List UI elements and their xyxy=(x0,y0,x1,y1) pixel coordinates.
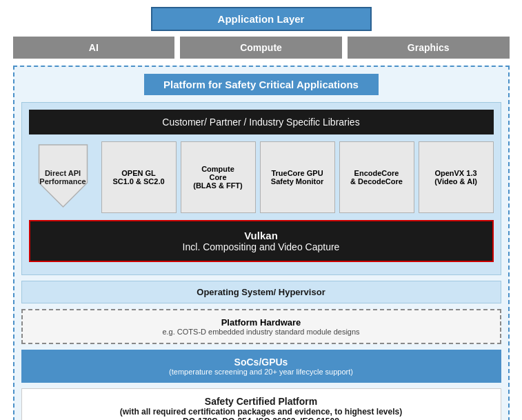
socs-title: SoCs/GPUs xyxy=(28,357,494,368)
outer-platform-container: Platform for Safety Critical Application… xyxy=(13,66,510,420)
module-compute: Compute xyxy=(180,37,342,59)
socs-bar: SoCs/GPUs (temperature screening and 20+… xyxy=(21,350,501,383)
module-encodecore: EncodeCore& DecodeCore xyxy=(339,141,414,213)
module-ai: AI xyxy=(13,37,175,59)
customer-bar: Customer/ Partner / Industry Specific Li… xyxy=(29,110,494,134)
module-opengl: OPEN GLSC1.0 & SC2.0 xyxy=(101,141,177,213)
module-direct-api: Direct APIPerformance xyxy=(29,141,97,213)
vulkan-box: Vulkan Incl. Compositing and Video Captu… xyxy=(29,220,494,262)
platform-hw: Platform Hardware e.g. COTS-D embedded i… xyxy=(21,309,501,344)
os-bar: Operating System/ Hypervisor xyxy=(21,281,501,303)
top-modules-row: AI Compute Graphics xyxy=(13,37,510,59)
socs-sub: (temperature screening and 20+ year life… xyxy=(28,368,494,376)
module-truecore: TrueCore GPUSafety Monitor xyxy=(260,141,335,213)
module-openvx: OpenVX 1.3(Video & AI) xyxy=(419,141,494,213)
diagram-container: Application Layer AI Compute Graphics Pl… xyxy=(13,7,510,420)
app-layer-label: Application Layer xyxy=(218,13,305,25)
hw-title: Platform Hardware xyxy=(30,317,493,328)
safety-line2: DO-178C, DO-254, ISO 26262, IEC 61508 xyxy=(29,417,494,420)
vulkan-sub: Incl. Compositing and Video Capture xyxy=(39,241,484,252)
platform-header: Platform for Safety Critical Application… xyxy=(144,74,379,95)
os-label: Operating System/ Hypervisor xyxy=(197,287,325,297)
app-layer-box: Application Layer xyxy=(151,7,372,31)
module-compute-core: ComputeCore(BLAS & FFT) xyxy=(181,141,256,213)
safety-footer: Safety Certified Platform (with all requ… xyxy=(21,388,501,420)
inner-light-blue: Customer/ Partner / Industry Specific Li… xyxy=(21,102,501,275)
customer-bar-label: Customer/ Partner / Industry Specific Li… xyxy=(162,117,359,128)
safety-title: Safety Certified Platform xyxy=(29,396,494,407)
safety-line1: (with all required certification package… xyxy=(29,407,494,417)
hw-sub: e.g. COTS-D embedded industry standard m… xyxy=(30,328,493,336)
module-graphics: Graphics xyxy=(348,37,510,59)
modules-row: Direct APIPerformance OPEN GLSC1.0 & SC2… xyxy=(29,141,494,213)
vulkan-title: Vulkan xyxy=(39,230,484,241)
platform-title: Platform for Safety Critical Application… xyxy=(163,79,359,90)
